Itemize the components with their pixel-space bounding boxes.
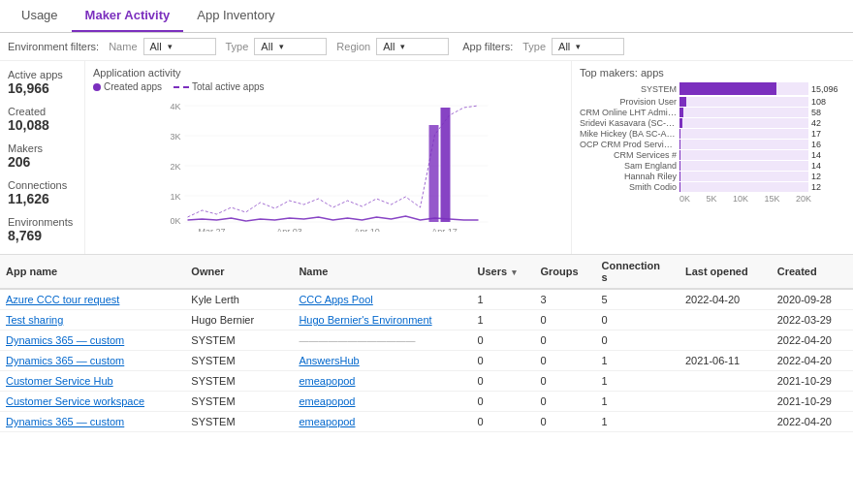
bar-row-2: CRM Online LHT Admin # 58 xyxy=(580,108,845,117)
tabs-bar: Usage Maker Activity App Inventory xyxy=(0,0,853,33)
upper-section: Active apps 16,966 Created 10,088 Makers… xyxy=(0,61,853,255)
legend-created-dot-icon xyxy=(93,83,101,91)
cell-app-name[interactable]: Customer Service Hub xyxy=(0,371,185,392)
stat-makers-value: 206 xyxy=(8,154,77,170)
bar-value-4: 17 xyxy=(811,129,845,139)
svg-text:Apr 17: Apr 17 xyxy=(431,227,458,232)
type-filter-select[interactable]: All ▾ xyxy=(254,38,327,55)
cell-connections: 1 xyxy=(596,412,679,432)
col-app-name: App name xyxy=(0,255,185,289)
bar-fill-8 xyxy=(679,172,680,181)
bar-value-8: 12 xyxy=(811,172,845,181)
app-type-filter-label: Type xyxy=(522,41,546,52)
cell-owner: SYSTEM xyxy=(185,371,293,392)
bar-row-5: OCP CRM Prod Service A... 16 xyxy=(580,140,845,149)
bar-axis-0: 0K xyxy=(679,194,690,204)
cell-created: 2022-04-20 xyxy=(772,412,853,432)
cell-users: 1 xyxy=(472,289,535,310)
stat-created: Created 10,088 xyxy=(8,106,77,133)
cell-groups: 0 xyxy=(534,392,595,412)
bar-name-4: Mike Hickey (BA SC-ACT) xyxy=(580,129,677,139)
cell-users: 0 xyxy=(472,412,535,432)
app-type-filter-select[interactable]: All ▾ xyxy=(552,38,624,55)
bar-name-system: SYSTEM xyxy=(580,84,677,94)
col-connections-label: Connections xyxy=(602,260,661,283)
stat-environments-label: Environments xyxy=(8,216,77,228)
table-row: Dynamics 365 — custom SYSTEM emeapopod 0… xyxy=(0,412,853,432)
name-filter-value: All xyxy=(150,41,162,52)
cell-owner: SYSTEM xyxy=(185,351,293,371)
cell-app-name[interactable]: Test sharing xyxy=(0,310,185,331)
tab-maker-activity[interactable]: Maker Activity xyxy=(72,0,184,32)
cell-owner: SYSTEM xyxy=(185,392,293,412)
cell-app-name[interactable]: Dynamics 365 — custom xyxy=(0,331,185,351)
cell-last-opened xyxy=(679,371,772,392)
bar-fill-3 xyxy=(679,118,682,128)
tab-app-inventory[interactable]: App Inventory xyxy=(183,0,288,32)
stat-connections-label: Connections xyxy=(8,179,77,191)
data-table: App name Owner Name Users ▾ Groups Conne… xyxy=(0,255,853,432)
tab-usage[interactable]: Usage xyxy=(8,0,72,32)
bar-row-6: CRM Services # 14 xyxy=(580,150,845,160)
cell-last-opened xyxy=(679,392,772,412)
bar-name-7: Sam England xyxy=(580,161,677,171)
bar-name-2: CRM Online LHT Admin # xyxy=(580,108,677,117)
filters-row: Environment filters: Name All ▾ Type All… xyxy=(0,33,853,61)
cell-app-name[interactable]: Dynamics 365 — custom xyxy=(0,412,185,432)
cell-created: 2022-04-20 xyxy=(772,331,853,351)
cell-name[interactable]: emeapopod xyxy=(293,371,471,392)
name-filter-select[interactable]: All ▾ xyxy=(143,38,216,55)
stat-active-apps-value: 16,966 xyxy=(8,80,77,96)
cell-groups: 0 xyxy=(534,331,595,351)
cell-name[interactable]: emeapopod xyxy=(293,412,471,432)
cell-name[interactable]: emeapopod xyxy=(293,392,471,412)
bar-row-7: Sam England 14 xyxy=(580,161,845,171)
col-connections: Connections xyxy=(596,255,679,289)
svg-rect-15 xyxy=(441,108,451,222)
svg-text:Apr 03: Apr 03 xyxy=(276,227,302,232)
bar-value-9: 12 xyxy=(811,182,845,192)
top-makers-title: Top makers: apps xyxy=(580,67,845,79)
top-makers-chart: Top makers: apps SYSTEM 15,096 Provision… xyxy=(572,61,853,254)
bar-name-8: Hannah Riley xyxy=(580,172,677,181)
bar-track-5 xyxy=(679,140,808,149)
legend-created: Created apps xyxy=(93,81,162,92)
bar-row-8: Hannah Riley 12 xyxy=(580,172,845,181)
cell-app-name[interactable]: Azure CCC tour request xyxy=(0,289,185,310)
cell-name[interactable]: CCC Apps Pool xyxy=(293,289,471,310)
stat-connections: Connections 11,626 xyxy=(8,179,77,206)
cell-last-opened: 2021-06-11 xyxy=(679,351,772,371)
bar-value-system: 15,096 xyxy=(811,84,845,94)
bar-track-6 xyxy=(679,150,808,160)
app-activity-title: Application activity xyxy=(93,67,563,79)
cell-groups: 0 xyxy=(534,412,595,432)
cell-connections: 5 xyxy=(596,289,679,310)
cell-app-name[interactable]: Customer Service workspace xyxy=(0,392,185,412)
bar-track-2 xyxy=(679,108,808,117)
bar-fill-5 xyxy=(679,140,680,149)
cell-name[interactable]: Hugo Bernier's Environment xyxy=(293,310,471,331)
cell-app-name[interactable]: Dynamics 365 — custom xyxy=(0,351,185,371)
cell-connections: 0 xyxy=(596,331,679,351)
cell-name[interactable]: AnswersHub xyxy=(293,351,471,371)
col-users[interactable]: Users ▾ xyxy=(472,255,535,289)
cell-last-opened xyxy=(679,412,772,432)
bar-value-3: 42 xyxy=(811,118,845,128)
table-container: App name Owner Name Users ▾ Groups Conne… xyxy=(0,255,853,492)
bar-axis-20k: 20K xyxy=(796,194,811,204)
table-row: Azure CCC tour request Kyle Lerth CCC Ap… xyxy=(0,289,853,310)
cell-created: 2022-03-29 xyxy=(772,310,853,331)
region-filter-select[interactable]: All ▾ xyxy=(376,38,449,55)
legend-total-dash-icon xyxy=(174,86,189,88)
bar-row-1: Provision User 108 xyxy=(580,97,845,107)
cell-users: 0 xyxy=(472,331,535,351)
bar-fill-4 xyxy=(679,129,680,139)
region-filter-value: All xyxy=(383,41,395,52)
bar-row-3: Sridevi Kasavara (SC-ACT) 42 xyxy=(580,118,845,128)
svg-text:Apr 10: Apr 10 xyxy=(354,227,380,232)
bar-fill-1 xyxy=(679,97,686,107)
col-last-opened: Last opened xyxy=(679,255,772,289)
col-groups: Groups xyxy=(534,255,595,289)
bar-axis-15k: 15K xyxy=(764,194,779,204)
region-filter-label: Region xyxy=(336,41,370,52)
